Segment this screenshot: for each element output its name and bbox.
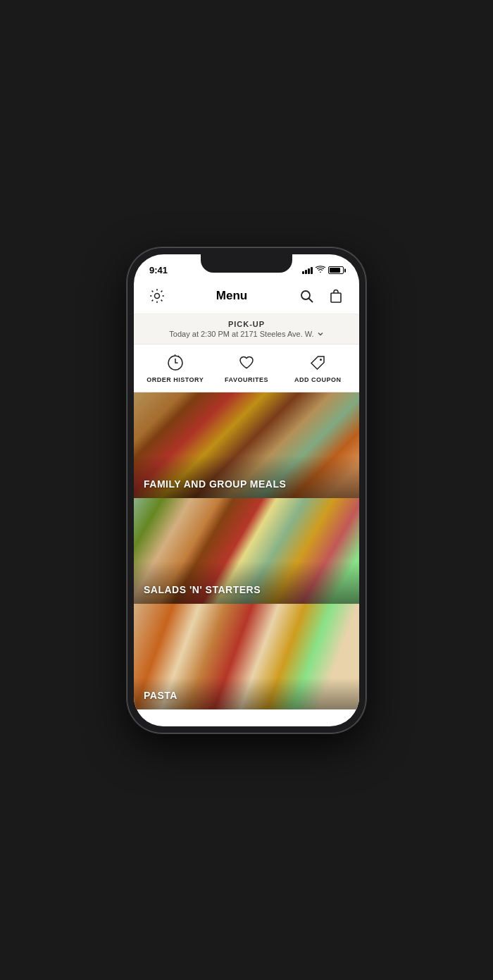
order-history-label: ORDER HISTORY xyxy=(146,376,204,383)
pickup-detail: Today at 2:30 PM at 2171 Steeles Ave. W. xyxy=(146,330,347,338)
category-family-label: FAMILY AND GROUP MEALS xyxy=(144,478,286,490)
category-pasta-label: PASTA xyxy=(144,690,177,701)
order-history-button[interactable]: ORDER HISTORY xyxy=(139,353,211,383)
category-family-meals[interactable]: FAMILY AND GROUP MEALS xyxy=(134,392,359,498)
page-title: Menu xyxy=(216,289,247,303)
signal-icon xyxy=(302,267,313,274)
favourites-button[interactable]: FAVOURITES xyxy=(211,353,282,383)
add-coupon-button[interactable]: ADD COUPON xyxy=(282,353,354,383)
svg-rect-3 xyxy=(331,293,341,302)
chevron-down-icon xyxy=(317,330,324,337)
favourites-label: FAVOURITES xyxy=(225,376,268,383)
category-pasta[interactable]: PASTA xyxy=(134,604,359,709)
svg-line-2 xyxy=(308,298,313,302)
quick-actions: ORDER HISTORY FAVOURITES ADD COUPON xyxy=(134,345,359,392)
status-time: 9:41 xyxy=(149,265,168,275)
phone-screen: 9:41 xyxy=(134,254,359,726)
header-actions xyxy=(296,285,347,306)
svg-point-7 xyxy=(320,359,322,361)
notch xyxy=(201,254,292,273)
search-button[interactable] xyxy=(296,285,317,306)
category-salads-label: SALADS 'N' STARTERS xyxy=(144,584,261,595)
svg-point-1 xyxy=(301,291,310,299)
pickup-bar[interactable]: PICK-UP Today at 2:30 PM at 2171 Steeles… xyxy=(134,314,359,345)
category-salads-starters[interactable]: SALADS 'N' STARTERS xyxy=(134,498,359,604)
settings-button[interactable] xyxy=(146,285,168,306)
tag-icon xyxy=(308,353,327,373)
pickup-label: PICK-UP xyxy=(146,320,347,328)
phone-frame: 9:41 xyxy=(127,247,366,733)
wifi-icon xyxy=(316,266,325,275)
heart-icon xyxy=(237,353,256,373)
add-coupon-label: ADD COUPON xyxy=(294,376,342,383)
svg-point-0 xyxy=(155,293,160,298)
app-header: Menu xyxy=(134,281,359,314)
battery-icon xyxy=(328,266,344,274)
status-icons xyxy=(302,266,344,275)
cart-button[interactable] xyxy=(325,285,347,306)
category-list: FAMILY AND GROUP MEALS SALADS 'N' STARTE… xyxy=(134,392,359,709)
clock-icon xyxy=(166,353,185,373)
